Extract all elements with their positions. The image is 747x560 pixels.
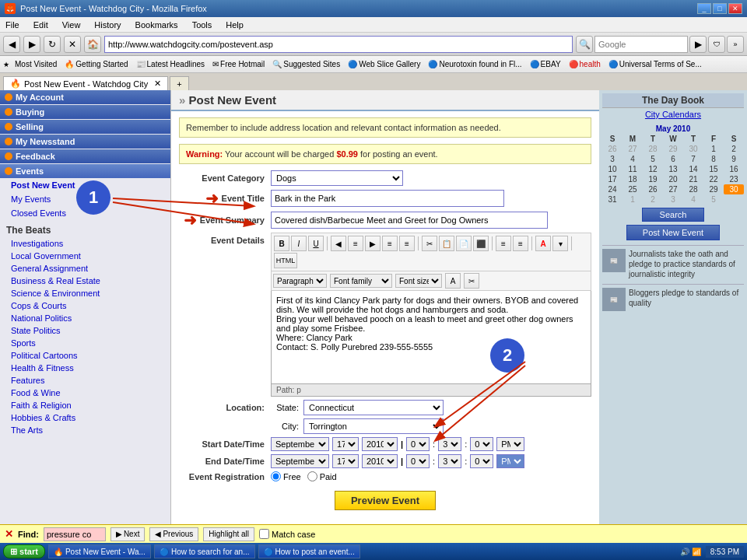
end-month-select[interactable]: September [271, 454, 329, 468]
reload-button[interactable]: ↻ [44, 36, 61, 53]
start-ampm-select[interactable]: PM [496, 437, 524, 451]
bookmark-neurotoxin[interactable]: 🔵 Neurotoxin found in Fl... [426, 59, 524, 69]
category-select[interactable]: Dogs [271, 170, 403, 186]
city-cal-link[interactable]: City Calendars [602, 108, 744, 121]
free-option[interactable]: Free [271, 471, 301, 481]
beats-health[interactable]: Health & Fitness [0, 362, 170, 374]
find-prev-button[interactable]: ◀ Previous [149, 527, 198, 541]
sidebar-my-events[interactable]: My Events [0, 192, 170, 206]
html-button[interactable]: HTML [274, 253, 297, 268]
sidebar-events[interactable]: Events [0, 164, 170, 178]
menu-help[interactable]: Help [223, 19, 246, 30]
beats-local-gov[interactable]: Local Government [0, 250, 170, 262]
image-button[interactable]: ⬛ [473, 236, 489, 251]
end-year-select[interactable]: 2010 [362, 454, 398, 468]
beats-cops[interactable]: Cops & Courts [0, 299, 170, 312]
menu-bookmarks[interactable]: Bookmarks [133, 19, 181, 30]
search-button[interactable]: Search [642, 208, 704, 222]
paid-option[interactable]: Paid [307, 471, 337, 481]
home-button[interactable]: 🏠 [84, 36, 101, 53]
paid-radio[interactable] [307, 471, 317, 481]
free-radio[interactable] [271, 471, 281, 481]
menu-tools[interactable]: Tools [190, 19, 215, 30]
forward-button[interactable]: ▶ [23, 36, 40, 53]
beats-food[interactable]: Food & Wine [0, 387, 170, 399]
bookmark-hotmail[interactable]: ✉ Free Hotmail [210, 59, 267, 69]
bookmark-getting-started[interactable]: 🔥 Getting Started [62, 59, 130, 69]
taskbar-item-1[interactable]: 🔥 Post New Event - Wa... [48, 544, 151, 558]
editor-body[interactable]: First of its kind Clancy Park party for … [271, 291, 591, 384]
align-right-button[interactable]: ▶ [365, 236, 381, 251]
beats-arts[interactable]: The Arts [0, 424, 170, 436]
state-select[interactable]: Connecticut [303, 400, 444, 415]
beats-sports[interactable]: Sports [0, 337, 170, 349]
editor-extra2[interactable]: ✂ [464, 273, 479, 289]
beats-science[interactable]: Science & Environment [0, 287, 170, 299]
menu-file[interactable]: File [3, 19, 22, 30]
underline-button[interactable]: U [308, 236, 324, 251]
menu-history[interactable]: History [92, 19, 123, 30]
bookmark-headlines[interactable]: 📰 Latest Headlines [134, 59, 208, 69]
align-center-button[interactable]: ≡ [348, 236, 363, 251]
indent-button[interactable]: ≡ [399, 236, 415, 251]
find-highlight-button[interactable]: Highlight all [203, 527, 254, 541]
search-engine-icon[interactable]: 🔍 [576, 36, 593, 53]
tab-new[interactable]: + [170, 76, 188, 90]
bookmark-suggested[interactable]: 🔍 Suggested Sites [270, 59, 342, 69]
beats-investigations[interactable]: Investigations [0, 237, 170, 250]
summary-input[interactable] [271, 212, 548, 229]
start-min-select[interactable]: 30 [438, 437, 461, 451]
end-sec-select[interactable]: 00 [470, 454, 493, 468]
beats-general[interactable]: General Assignment [0, 262, 170, 275]
maximize-button[interactable]: □ [713, 3, 727, 14]
end-hour-select[interactable]: 07 [406, 454, 430, 468]
tab-close[interactable]: ✕ [154, 79, 161, 89]
start-sec-select[interactable]: 00 [470, 437, 493, 451]
find-close-button[interactable]: ✕ [5, 528, 13, 540]
stop-button[interactable]: ✕ [64, 36, 81, 53]
bookmark-universal[interactable]: 🔵 Universal Terms of Se... [606, 59, 704, 69]
bookmark-webslice[interactable]: 🔵 Web Slice Gallery [345, 59, 423, 69]
preview-button[interactable]: Preview Event [335, 491, 436, 510]
sidebar-selling[interactable]: Selling [0, 120, 170, 134]
start-year-select[interactable]: 2010 [362, 437, 398, 451]
sidebar-closed-events[interactable]: Closed Events [0, 206, 170, 220]
justify-button[interactable]: ≡ [382, 236, 398, 251]
font-color-dropdown[interactable]: ▾ [552, 236, 568, 251]
font-family-select[interactable]: Font family [330, 274, 392, 288]
taskbar-item-2[interactable]: 🔵 How to search for an... [154, 544, 255, 558]
cut-button[interactable]: ✂ [422, 236, 437, 251]
paragraph-select[interactable]: Paragraph [273, 274, 327, 288]
sidebar-buying[interactable]: Buying [0, 105, 170, 119]
start-hour-select[interactable]: 03 [406, 437, 430, 451]
menu-view[interactable]: View [60, 19, 83, 30]
beats-national[interactable]: National Politics [0, 312, 170, 324]
list-button[interactable]: ≡ [496, 236, 511, 251]
end-day-select[interactable]: 17 [332, 454, 359, 468]
find-input[interactable] [44, 527, 106, 541]
start-month-select[interactable]: September [271, 437, 329, 451]
align-left-button[interactable]: ◀ [331, 236, 346, 251]
beats-features[interactable]: Features [0, 374, 170, 387]
search-go-button[interactable]: ▶ [689, 36, 707, 53]
start-day-select[interactable]: 17 [332, 437, 359, 451]
match-case-area[interactable]: Match case [259, 529, 315, 539]
sidebar-post-new-event[interactable]: Post New Event [0, 178, 170, 192]
taskbar-item-3[interactable]: 🔵 How to post an event... [258, 544, 360, 558]
match-case-checkbox[interactable] [259, 529, 269, 539]
extra-button[interactable]: » [727, 36, 744, 53]
bookmark-health[interactable]: 🔴 health [566, 59, 603, 69]
address-bar[interactable] [104, 36, 573, 53]
font-size-select[interactable]: Font size [395, 274, 442, 288]
end-min-select[interactable]: 30 [438, 454, 461, 468]
start-button[interactable]: ⊞ start [3, 544, 45, 558]
minimize-button[interactable]: _ [697, 3, 711, 14]
ordered-list-button[interactable]: ≡ [513, 236, 528, 251]
post-event-button[interactable]: Post New Event [626, 225, 720, 240]
city-select[interactable]: Torrington [303, 418, 444, 434]
end-ampm-select[interactable]: PM [496, 454, 524, 468]
sidebar-feedback[interactable]: Feedback [0, 149, 170, 163]
beats-faith[interactable]: Faith & Religion [0, 399, 170, 411]
paste-button[interactable]: 📄 [456, 236, 472, 251]
title-input[interactable] [271, 190, 504, 207]
